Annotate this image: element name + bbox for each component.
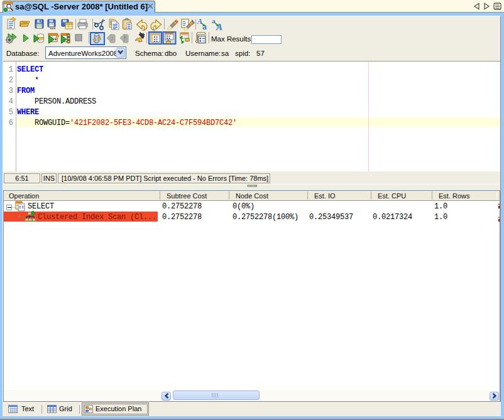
svg-text:A: A [197,17,202,26]
svg-text:A: A [216,22,222,32]
svg-text:a: a [202,22,207,31]
